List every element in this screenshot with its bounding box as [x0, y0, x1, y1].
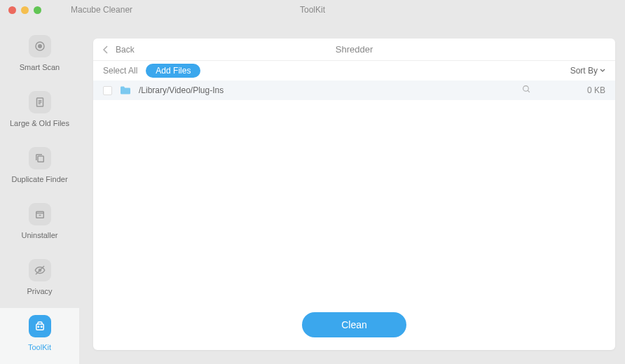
svg-point-1 — [38, 45, 41, 48]
file-path: /Library/Video/Plug-Ins — [139, 85, 515, 95]
sidebar-item-toolkit[interactable]: ToolKit — [0, 308, 79, 364]
header-title: ToolKit — [300, 5, 325, 15]
sort-by-label: Sort By — [570, 66, 598, 76]
sidebar-item-label: Uninstaller — [22, 231, 58, 239]
sidebar-item-label: ToolKit — [28, 343, 51, 351]
select-all-button[interactable]: Select All — [103, 66, 137, 76]
maximize-window-button[interactable] — [34, 6, 41, 14]
sidebar-item-large-old-files[interactable]: Large & Old Files — [0, 84, 79, 140]
panel-header: Back Shredder — [93, 38, 615, 61]
svg-point-13 — [523, 86, 529, 92]
svg-point-11 — [38, 326, 39, 328]
add-files-button[interactable]: Add Files — [146, 64, 200, 78]
sidebar-item-label: Duplicate Finder — [11, 175, 67, 183]
panel-footer: Clean — [93, 302, 615, 350]
svg-point-12 — [41, 326, 42, 328]
close-window-button[interactable] — [8, 6, 16, 14]
sidebar-item-smart-scan[interactable]: Smart Scan — [0, 28, 79, 84]
app-name: Macube Cleaner — [71, 5, 132, 15]
sidebar-item-uninstaller[interactable]: Uninstaller — [0, 196, 79, 252]
sort-by-dropdown[interactable]: Sort By — [570, 66, 605, 76]
file-list: /Library/Video/Plug-Ins 0 KB — [93, 80, 615, 302]
panel-title: Shredder — [336, 44, 373, 55]
sidebar-item-privacy[interactable]: Privacy — [0, 252, 79, 308]
clean-button[interactable]: Clean — [302, 312, 406, 337]
reveal-button[interactable] — [522, 84, 531, 97]
titlebar: Macube Cleaner ToolKit — [0, 0, 625, 20]
target-icon — [29, 35, 51, 57]
sidebar-item-label: Large & Old Files — [10, 119, 69, 127]
chevron-down-icon — [600, 69, 605, 73]
back-label: Back — [116, 45, 135, 55]
svg-rect-6 — [38, 156, 43, 162]
duplicate-icon — [29, 147, 51, 169]
sidebar-item-label: Smart Scan — [20, 63, 60, 71]
chevron-left-icon — [103, 46, 109, 54]
file-size: 0 KB — [580, 85, 605, 95]
archive-icon — [29, 203, 51, 225]
panel: Back Shredder Select All Add Files Sort … — [93, 38, 615, 350]
svg-line-14 — [528, 90, 530, 92]
search-icon — [522, 85, 531, 94]
file-checkbox[interactable] — [103, 86, 112, 95]
content-area: Back Shredder Select All Add Files Sort … — [79, 20, 625, 364]
window-controls — [8, 6, 41, 14]
folder-icon — [119, 85, 132, 95]
sidebar-item-label: Privacy — [27, 287, 52, 295]
eye-off-icon — [29, 259, 51, 281]
toolkit-icon — [29, 315, 51, 337]
file-row[interactable]: /Library/Video/Plug-Ins 0 KB — [93, 80, 615, 100]
sidebar-item-duplicate-finder[interactable]: Duplicate Finder — [0, 140, 79, 196]
sidebar: Smart Scan Large & Old Files Duplicate F… — [0, 20, 79, 364]
back-button[interactable]: Back — [103, 45, 135, 55]
toolbar: Select All Add Files Sort By — [93, 61, 615, 80]
document-icon — [29, 91, 51, 113]
minimize-window-button[interactable] — [21, 6, 29, 14]
